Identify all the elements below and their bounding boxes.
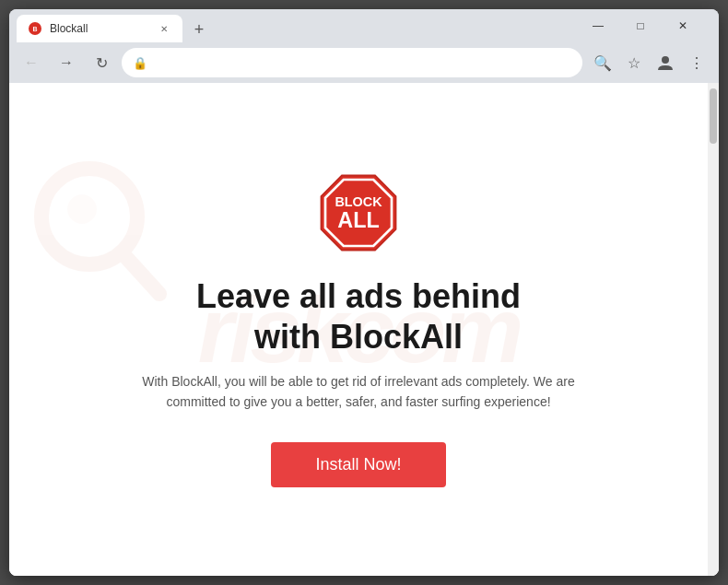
toolbar-actions: 🔍 ☆ ⋮ (588, 48, 711, 77)
browser-window: B Blockall ✕ + — □ ✕ ← → ↻ 🔒 🔍 ☆ (9, 9, 719, 576)
back-button[interactable]: ← (17, 48, 46, 77)
window-controls: — □ ✕ (577, 9, 704, 42)
content-area: riskcom BLOCK ALL Leave all ads behind (9, 83, 719, 576)
page-content: riskcom BLOCK ALL Leave all ads behind (9, 83, 708, 576)
stop-sign-logo: BLOCK ALL (317, 171, 400, 254)
heading-line1: Leave all ads behind (196, 277, 521, 315)
tab-title: Blockall (50, 22, 88, 35)
menu-button[interactable]: ⋮ (682, 48, 711, 77)
svg-point-5 (67, 194, 97, 224)
svg-text:B: B (32, 26, 37, 32)
close-button[interactable]: ✕ (662, 9, 704, 42)
install-now-button[interactable]: Install Now! (271, 442, 445, 487)
profile-button[interactable] (651, 48, 680, 77)
lock-icon: 🔒 (133, 56, 147, 70)
svg-point-2 (662, 56, 669, 64)
svg-line-4 (123, 253, 159, 294)
minimize-button[interactable]: — (577, 9, 619, 42)
maximize-button[interactable]: □ (619, 9, 662, 42)
tab-bar: B Blockall ✕ + (17, 9, 573, 42)
title-bar: B Blockall ✕ + — □ ✕ (9, 9, 719, 42)
tab-favicon: B (28, 21, 42, 36)
zoom-button[interactable]: 🔍 (588, 48, 617, 77)
main-heading: Leave all ads behind with BlockAll (196, 276, 521, 356)
svg-text:BLOCK: BLOCK (335, 194, 382, 209)
refresh-button[interactable]: ↻ (87, 48, 116, 77)
scrollbar[interactable] (708, 83, 719, 576)
forward-button[interactable]: → (52, 48, 81, 77)
svg-text:ALL: ALL (337, 209, 379, 233)
tab-close-button[interactable]: ✕ (157, 21, 171, 36)
bookmark-button[interactable]: ☆ (619, 48, 649, 77)
active-tab[interactable]: B Blockall ✕ (17, 15, 182, 42)
new-tab-button[interactable]: + (186, 17, 212, 42)
svg-point-3 (41, 169, 137, 264)
address-bar[interactable]: 🔒 (122, 48, 582, 77)
watermark-magnifier (23, 158, 170, 305)
scrollbar-thumb[interactable] (710, 88, 717, 144)
heading-line2: with BlockAll (254, 318, 463, 356)
toolbar: ← → ↻ 🔒 🔍 ☆ ⋮ (9, 42, 719, 83)
sub-description: With BlockAll, you will be able to get r… (119, 371, 598, 413)
